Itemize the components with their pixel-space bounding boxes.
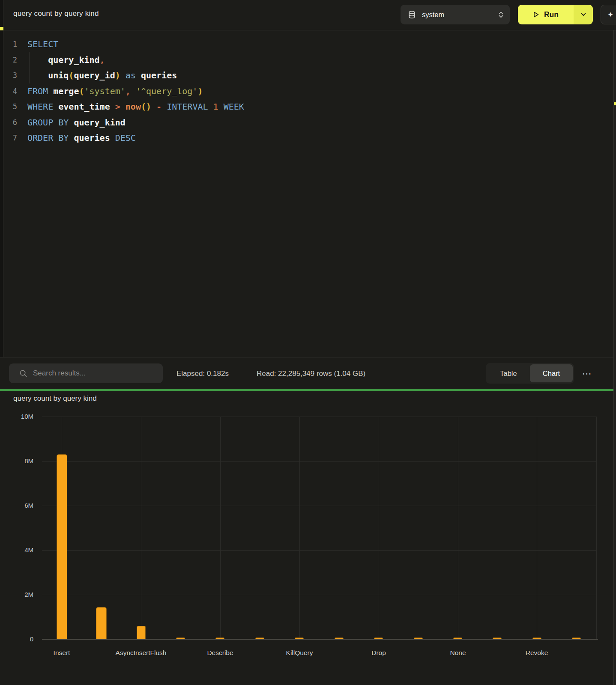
code-line-6[interactable]: 6GROUP BY query_kind: [3, 115, 613, 131]
search-results-box[interactable]: [9, 363, 163, 383]
tab-table[interactable]: Table: [487, 364, 530, 382]
code-token: [110, 101, 115, 112]
sparkle-button[interactable]: ✦: [601, 5, 616, 24]
gridline-h: [42, 417, 596, 417]
code-line-3[interactable]: 3 uniq(query_id) as queries: [3, 68, 613, 83]
bar-chart: 10M8M6M4M2M0InsertAsyncInsertFlushDescri…: [0, 391, 616, 685]
bar-Insert[interactable]: [57, 454, 67, 639]
code-line-4[interactable]: 4FROM merge('system', '^query_log'): [3, 83, 613, 99]
x-axis-label: KillQuery: [261, 649, 338, 657]
line-number: 7: [3, 130, 17, 146]
gridline-v: [596, 417, 597, 639]
chevron-up-down-icon: [498, 11, 504, 18]
right-yellow-marker: [614, 102, 616, 105]
search-input[interactable]: [33, 369, 149, 378]
bar-col-2[interactable]: [96, 607, 107, 639]
gridline-v: [220, 417, 221, 639]
code-token: INTERVAL: [167, 101, 208, 112]
search-icon: [19, 369, 27, 378]
x-axis-label: None: [419, 649, 496, 657]
x-axis-line: [42, 639, 598, 640]
line-number: 2: [3, 52, 17, 68]
code-line-7[interactable]: 7ORDER BY queries DESC: [3, 130, 613, 146]
code-token: now: [126, 101, 141, 112]
chevron-down-icon: [581, 13, 586, 16]
more-options-button[interactable]: ⋯: [578, 357, 595, 390]
run-button[interactable]: Run: [518, 5, 593, 24]
code-token: 'system': [84, 86, 125, 96]
x-axis-label: AsyncInsertFlush: [102, 649, 179, 657]
code-lines: 1SELECT2 query_kind,3 uniq(query_id) as …: [3, 36, 613, 146]
bar-col-6[interactable]: [255, 637, 264, 639]
code-token: [218, 101, 224, 112]
code-token: ,: [126, 86, 131, 96]
x-axis-label: Describe: [182, 649, 259, 657]
database-selector[interactable]: system: [401, 5, 510, 24]
bar-col-8[interactable]: [335, 637, 344, 639]
code-token: [208, 101, 213, 112]
code-token: BY: [58, 133, 69, 143]
run-button-main[interactable]: Run: [518, 5, 574, 24]
code-token: [151, 101, 156, 112]
gridline-h: [42, 461, 596, 462]
code-token: [69, 117, 74, 128]
top-bar: query count by query kind system Run: [0, 0, 616, 30]
y-axis-label: 4M: [8, 546, 33, 554]
code-token: [48, 86, 53, 96]
code-text: SELECT: [27, 36, 58, 52]
x-axis-label: Drop: [340, 649, 417, 657]
code-text: uniq(query_id) as queries: [27, 68, 177, 83]
code-text: GROUP BY query_kind: [27, 115, 126, 131]
code-token: >: [115, 101, 120, 112]
code-token: (: [69, 70, 74, 80]
code-token: query_id: [74, 70, 115, 80]
tab-chart[interactable]: Chart: [530, 364, 573, 382]
code-token: [120, 70, 126, 80]
code-token: GROUP: [27, 117, 53, 128]
line-number: 5: [3, 99, 17, 115]
code-token: ORDER: [27, 133, 53, 143]
code-token: WEEK: [224, 101, 244, 112]
bar-col-4[interactable]: [176, 637, 185, 639]
read-stat: Read: 22,285,349 rows (1.04 GB): [257, 357, 365, 390]
bar-AsyncInsertFlush[interactable]: [137, 626, 146, 639]
code-token: ): [197, 86, 203, 96]
bar-Revoke[interactable]: [532, 637, 541, 639]
bar-Drop[interactable]: [374, 637, 383, 639]
code-token: [136, 70, 141, 80]
x-axis-label: Insert: [23, 649, 100, 657]
code-token: [27, 55, 48, 65]
sql-editor[interactable]: 1SELECT2 query_kind,3 uniq(query_id) as …: [3, 30, 613, 357]
bar-col-14[interactable]: [572, 637, 581, 639]
code-line-1[interactable]: 1SELECT: [3, 36, 613, 52]
gridline-v: [537, 417, 537, 639]
code-token: BY: [58, 117, 69, 128]
indent-guide: [29, 52, 30, 83]
code-token: merge: [53, 86, 79, 96]
code-line-2[interactable]: 2 query_kind,: [3, 52, 613, 68]
run-options-button[interactable]: [574, 5, 593, 24]
run-button-label: Run: [544, 10, 559, 19]
bar-None[interactable]: [453, 637, 462, 639]
code-text: WHERE event_time > now() - INTERVAL 1 WE…: [27, 99, 244, 115]
code-token: query_kind: [48, 55, 99, 65]
line-number: 3: [3, 68, 17, 83]
line-number: 1: [3, 36, 17, 52]
code-line-5[interactable]: 5WHERE event_time > now() - INTERVAL 1 W…: [3, 99, 613, 115]
code-token: [161, 101, 167, 112]
gridline-v: [141, 417, 141, 639]
left-yellow-marker: [0, 27, 3, 30]
right-edge-rail[interactable]: [613, 30, 616, 685]
code-token: ,: [100, 55, 105, 65]
y-axis-label: 0: [8, 635, 33, 643]
database-icon: [408, 11, 416, 19]
code-token: '^query_log': [136, 86, 198, 96]
code-token: [131, 86, 136, 96]
bar-col-12[interactable]: [493, 637, 502, 639]
bar-Describe[interactable]: [215, 637, 224, 639]
bar-col-10[interactable]: [414, 637, 423, 639]
bar-KillQuery[interactable]: [295, 637, 304, 639]
code-token: [69, 133, 74, 143]
code-token: [53, 133, 58, 143]
code-token: WHERE: [27, 101, 53, 112]
